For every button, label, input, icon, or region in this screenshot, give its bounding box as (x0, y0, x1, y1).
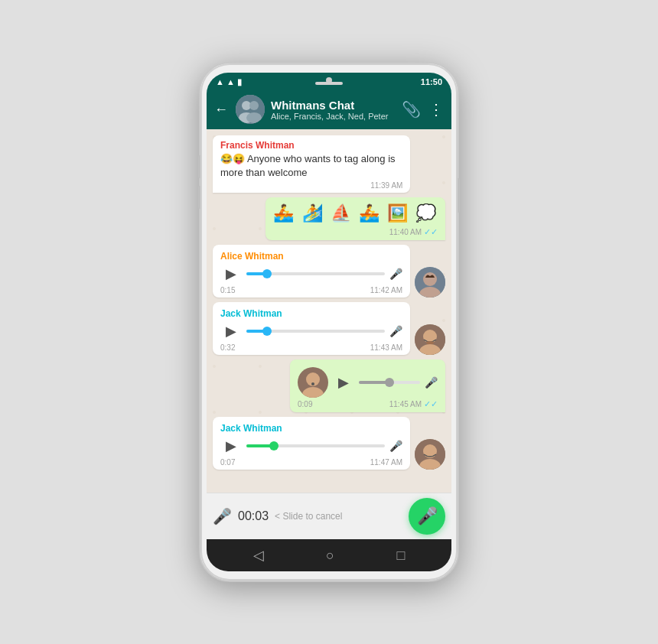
message-time: 0:32 11:43 AM (220, 343, 402, 352)
sender-name-jack: Jack Whitman (220, 308, 402, 319)
play-button[interactable]: ▶ (220, 320, 242, 342)
play-button[interactable]: ▶ (220, 435, 242, 457)
voice-duration: 0:09 (298, 400, 312, 408)
read-checkmarks: ✓✓ (424, 227, 438, 237)
svg-point-4 (246, 112, 262, 123)
status-time: 11:50 (421, 77, 442, 86)
power-button (458, 178, 460, 213)
voice-bubble-jack: Jack Whitman ▶ 🎤 0:32 11: (213, 302, 410, 355)
mic-icon: 🎤 (389, 440, 402, 452)
jack-avatar-2 (415, 439, 445, 470)
voice-controls: ▶ 🎤 (298, 367, 438, 398)
slide-cancel-text: < Slide to cancel (275, 511, 342, 522)
vol-down-button (198, 186, 200, 209)
time-label: 11:45 AM (389, 400, 422, 408)
message-alice-voice: Alice Whitman ▶ 🎤 0:15 11 (213, 245, 445, 298)
time-label: 11:42 AM (370, 286, 402, 294)
chat-area: Francis Whitman 😂😝 Anyone who wants to t… (207, 129, 451, 493)
message-francis-text: Francis Whitman 😂😝 Anyone who wants to t… (213, 135, 410, 193)
message-time: 0:09 11:45 AM ✓✓ (298, 399, 438, 409)
header-info: Whitmans Chat Alice, Francis, Jack, Ned,… (271, 99, 396, 121)
input-area: 🎤 00:03 < Slide to cancel 🎤 (207, 493, 451, 539)
message-time: 0:15 11:42 AM (220, 286, 402, 294)
voice-controls: ▶ 🎤 (220, 320, 402, 342)
emoji-content: 🚣 🏄 ⛵ 🚣 🖼️ 💭 (273, 202, 438, 226)
waveform (246, 330, 385, 333)
phone-frame: ▲ ▲ ▮ 11:50 ← W (199, 62, 459, 582)
sender-name: Francis Whitman (220, 140, 402, 151)
recent-nav-icon[interactable]: □ (396, 548, 405, 564)
sent-avatar (298, 367, 328, 398)
svg-point-6 (423, 272, 437, 286)
chat-title: Whitmans Chat (271, 99, 396, 112)
recording-mic-icon: 🎤 (213, 507, 232, 525)
waveform (359, 381, 420, 384)
svg-point-15 (311, 382, 314, 385)
play-button[interactable]: ▶ (333, 372, 354, 393)
message-jack-voice-1: Jack Whitman ▶ 🎤 0:32 11: (213, 302, 445, 355)
battery-icon: ▮ (237, 77, 242, 87)
recording-indicator: 🎤 00:03 < Slide to cancel (213, 507, 402, 525)
svg-point-2 (249, 101, 259, 110)
header-actions: 📎 ⋮ (402, 100, 444, 119)
message-text: 😂😝 Anyone who wants to tag along is more… (220, 152, 402, 180)
play-button[interactable]: ▶ (220, 263, 242, 285)
waveform (246, 272, 385, 275)
voice-duration: 0:15 (220, 286, 235, 294)
message-sent-voice: ▶ 🎤 0:09 11:45 AM ✓✓ (290, 359, 445, 412)
mic-icon: 🎤 (389, 268, 402, 280)
group-avatar-inner (236, 95, 265, 124)
wifi-icon: ▲ (216, 77, 224, 86)
read-checkmarks: ✓✓ (424, 399, 438, 409)
time-label: 11:43 AM (370, 343, 402, 352)
voice-controls: ▶ 🎤 (220, 263, 402, 285)
group-avatar[interactable] (236, 95, 265, 124)
message-time: 0:07 11:47 AM (220, 458, 402, 467)
voice-bubble-jack2: Jack Whitman ▶ 🎤 0:07 11: (213, 417, 410, 470)
nav-bar: ◁ ○ □ (207, 539, 451, 571)
message-time: 11:39 AM (220, 181, 402, 190)
sent-voice-bubble: ▶ 🎤 0:09 11:45 AM ✓✓ (290, 359, 445, 412)
speaker (315, 82, 343, 85)
attach-icon[interactable]: 📎 (402, 100, 421, 119)
time-label: 11:47 AM (370, 458, 402, 467)
chat-members: Alice, Francis, Jack, Ned, Peter (271, 112, 396, 121)
more-icon[interactable]: ⋮ (428, 100, 444, 119)
svg-point-11 (426, 341, 434, 344)
waveform (246, 444, 385, 447)
voice-bubble-alice: Alice Whitman ▶ 🎤 0:15 11 (213, 245, 410, 298)
mic-icon: 🎤 (389, 325, 402, 337)
jack-avatar (415, 324, 445, 355)
sender-name-alice: Alice Whitman (220, 251, 402, 262)
recording-timer: 00:03 (238, 509, 269, 523)
phone-screen: ▲ ▲ ▮ 11:50 ← W (207, 73, 451, 571)
mic-icon: 🎤 (425, 376, 438, 389)
vol-up-button (198, 155, 200, 178)
alice-avatar (415, 267, 445, 298)
message-emoji-sent: 🚣 🏄 ⛵ 🚣 🖼️ 💭 11:40 AM ✓✓ (265, 197, 445, 240)
signal-icon: ▲ (226, 77, 235, 86)
chat-header: ← Whitmans Chat Alice, Francis, Jack, Ne… (207, 89, 451, 129)
message-jack-voice-2: Jack Whitman ▶ 🎤 0:07 11: (213, 417, 445, 470)
mic-button[interactable]: 🎤 (409, 498, 445, 535)
message-time: 11:40 AM ✓✓ (273, 227, 438, 237)
voice-controls: ▶ 🎤 (220, 435, 402, 457)
voice-duration: 0:32 (220, 343, 235, 352)
voice-duration: 0:07 (220, 458, 235, 467)
back-button[interactable]: ← (214, 102, 228, 118)
sender-name-jack2: Jack Whitman (220, 423, 402, 434)
home-nav-icon[interactable]: ○ (326, 548, 334, 564)
back-nav-icon[interactable]: ◁ (253, 547, 264, 564)
status-icons: ▲ ▲ ▮ (216, 77, 242, 87)
